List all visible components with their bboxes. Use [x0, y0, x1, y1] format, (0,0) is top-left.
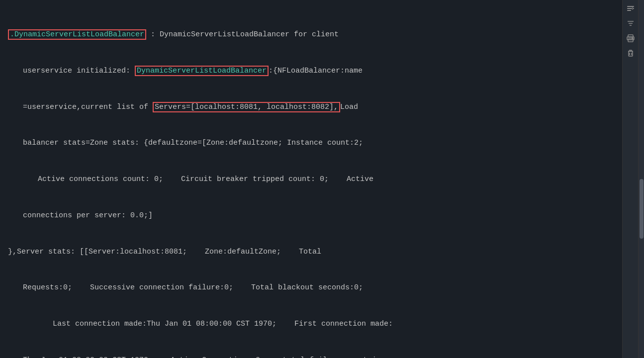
svg-rect-1 [627, 8, 632, 9]
log-line-9: Last connection made:Thu Jan 01 08:00:00… [8, 318, 607, 331]
highlight-servers: Servers=[localhost:8081, localhost:8082]… [153, 102, 340, 112]
print-icon[interactable] [624, 32, 637, 45]
log-text-2b: :{NFLoadBalancer:name [269, 67, 363, 75]
log-line-7: },Server stats: [[Server:localhost:8081;… [8, 246, 607, 259]
log-line-10: Thu Jan 01 08:00:00 CST 1970; Active Con… [8, 355, 607, 358]
log-text-2a: userservice initialized: [23, 67, 135, 75]
right-toolbar [622, 0, 638, 358]
highlight-class-2: DynamicServerListLoadBalancer [135, 66, 269, 76]
svg-point-9 [632, 38, 633, 39]
svg-rect-7 [628, 39, 633, 42]
svg-rect-10 [629, 51, 633, 56]
log-line-4: balancer stats=Zone stats: {defaultzone=… [8, 137, 607, 150]
filter-icon[interactable] [624, 17, 637, 30]
log-text-3b: Load [340, 103, 358, 111]
scrollbar[interactable] [638, 0, 644, 358]
log-line-5: Active connections count: 0; Circuit bre… [8, 174, 607, 186]
highlight-class-1: .DynamicServerListLoadBalancer [8, 29, 146, 40]
scrollbar-thumb[interactable] [640, 179, 644, 239]
log-line-1: .DynamicServerListLoadBalancer : Dynamic… [8, 29, 607, 41]
log-view: .DynamicServerListLoadBalancer : Dynamic… [0, 0, 622, 358]
log-content: .DynamicServerListLoadBalancer : Dynamic… [8, 5, 622, 358]
svg-rect-2 [627, 10, 631, 11]
log-line-2: userservice initialized: DynamicServerLi… [8, 65, 607, 78]
delete-icon[interactable] [624, 47, 637, 60]
log-text-3a: =userservice,current list of [23, 103, 153, 111]
log-line-3: =userservice,current list of Servers=[lo… [8, 101, 607, 114]
svg-rect-0 [627, 6, 634, 7]
log-text-1: : DynamicServerListLoadBalancer for clie… [146, 30, 339, 39]
log-line-6: connections per server: 0.0;] [8, 210, 607, 222]
log-line-8: Requests:0; Successive connection failur… [8, 282, 607, 294]
wrap-icon[interactable] [624, 2, 637, 15]
